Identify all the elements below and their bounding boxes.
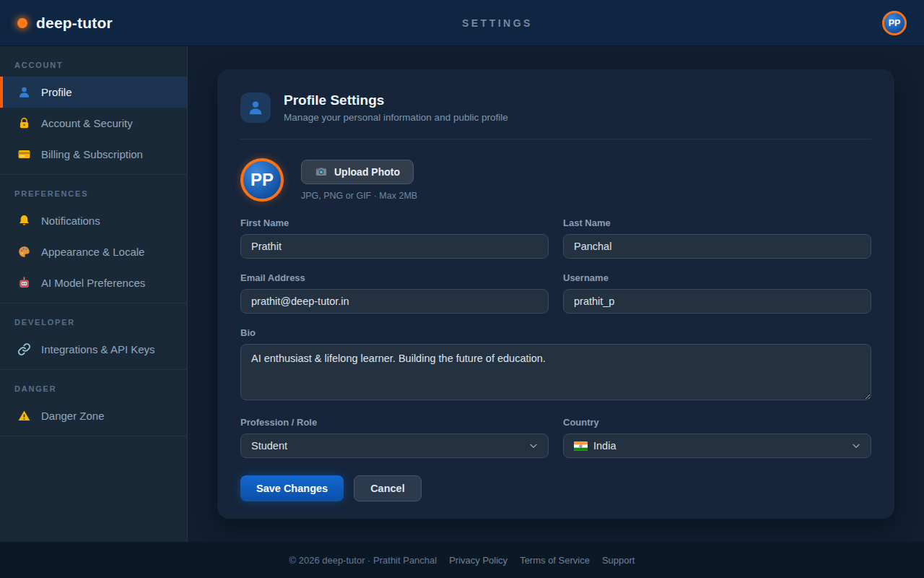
sidebar-item-profile[interactable]: Profile (0, 77, 187, 108)
sidebar-item-ai-model[interactable]: AI Model Preferences (0, 267, 187, 298)
first-name-label: First Name (240, 217, 549, 228)
settings-sidebar: ACCOUNT Profile Account & Security Billi… (0, 46, 188, 542)
bio-field[interactable]: AI enthusiast & lifelong learner. Buildi… (240, 344, 871, 400)
bio-label: Bio (240, 327, 871, 338)
bell-icon (17, 214, 31, 228)
sidebar-item-label: AI Model Preferences (41, 277, 145, 289)
first-name-field[interactable] (240, 234, 549, 259)
card-header: Profile Settings Manage your personal in… (240, 92, 871, 139)
user-icon (17, 85, 31, 99)
copyright-text: © 2026 deep-tutor · Prathit Panchal (289, 555, 437, 566)
link-icon (17, 342, 31, 356)
cancel-button[interactable]: Cancel (354, 475, 422, 501)
robot-icon (17, 276, 31, 290)
sidebar-item-label: Billing & Subscription (41, 148, 143, 160)
email-label: Email Address (240, 272, 549, 283)
last-name-label: Last Name (563, 217, 871, 228)
last-name-group: Last Name (563, 217, 871, 259)
section-title-account: ACCOUNT (0, 46, 187, 77)
support-link[interactable]: Support (602, 555, 635, 566)
sidebar-section-preferences: PREFERENCES Notifications Appearance & L… (0, 175, 187, 303)
chevron-down-icon (850, 440, 862, 452)
username-group: Username (563, 272, 871, 314)
page-footer: © 2026 deep-tutor · Prathit Panchal Priv… (0, 542, 924, 578)
username-label: Username (563, 272, 871, 283)
brand-logo: deep-tutor (17, 14, 113, 32)
sidebar-section-account: ACCOUNT Profile Account & Security Billi… (0, 46, 187, 175)
upload-photo-button[interactable]: Upload Photo (301, 160, 414, 184)
sidebar-item-label: Notifications (41, 215, 100, 227)
last-name-field[interactable] (563, 234, 871, 259)
card-subtitle: Manage your personal information and pub… (284, 112, 508, 123)
sidebar-item-integrations[interactable]: Integrations & API Keys (0, 334, 187, 365)
sidebar-item-label: Profile (41, 86, 72, 98)
privacy-policy-link[interactable]: Privacy Policy (449, 555, 507, 566)
section-title-developer: DEVELOPER (0, 303, 187, 334)
lock-icon (17, 116, 31, 130)
form-actions: Save Changes Cancel (240, 475, 871, 501)
main-content: Profile Settings Manage your personal in… (188, 46, 924, 542)
sidebar-item-billing[interactable]: Billing & Subscription (0, 139, 187, 170)
username-field[interactable] (563, 289, 871, 314)
bio-group: Bio AI enthusiast & lifelong learner. Bu… (240, 327, 871, 403)
email-group: Email Address (240, 272, 549, 314)
page-title: SETTINGS (113, 17, 882, 29)
sidebar-item-label: Danger Zone (41, 410, 105, 422)
sidebar-section-danger: DANGER Danger Zone (0, 370, 187, 436)
profile-avatar: PP (240, 158, 284, 202)
profession-group: Profession / Role Student (240, 417, 549, 458)
camera-icon (315, 166, 328, 178)
sidebar-item-label: Account & Security (41, 117, 133, 129)
profile-settings-card: Profile Settings Manage your personal in… (217, 69, 894, 519)
email-field[interactable] (240, 289, 549, 314)
section-title-preferences: PREFERENCES (0, 175, 187, 205)
app-header: deep-tutor SETTINGS PP (0, 0, 924, 46)
upload-hint: JPG, PNG or GIF · Max 2MB (301, 191, 417, 201)
sidebar-item-label: Integrations & API Keys (41, 343, 155, 355)
credit-card-icon (17, 147, 31, 161)
country-label: Country (563, 417, 871, 428)
country-group: Country India (563, 417, 871, 458)
brand-name: deep-tutor (36, 14, 113, 32)
first-name-group: First Name (240, 217, 549, 259)
country-select[interactable]: India (563, 434, 871, 458)
card-title: Profile Settings (284, 92, 508, 108)
header-avatar[interactable]: PP (882, 11, 907, 35)
avatar-upload-row: PP Upload Photo JPG, PNG or GIF · Max 2M… (240, 139, 871, 217)
profile-icon-tile (240, 92, 271, 123)
sidebar-item-label: Appearance & Locale (41, 246, 144, 258)
terms-of-service-link[interactable]: Terms of Service (520, 555, 590, 566)
india-flag-icon (574, 441, 588, 451)
logo-dot-icon (17, 18, 27, 28)
profession-select[interactable]: Student (240, 434, 549, 458)
user-icon (247, 99, 264, 116)
save-button[interactable]: Save Changes (240, 475, 344, 501)
chevron-down-icon (528, 440, 539, 452)
section-title-danger: DANGER (0, 370, 187, 400)
sidebar-item-appearance[interactable]: Appearance & Locale (0, 236, 187, 267)
sidebar-item-account-security[interactable]: Account & Security (0, 108, 187, 139)
profession-label: Profession / Role (240, 417, 549, 428)
palette-icon (17, 245, 31, 259)
sidebar-section-developer: DEVELOPER Integrations & API Keys (0, 303, 187, 370)
warning-icon (17, 409, 31, 423)
sidebar-item-notifications[interactable]: Notifications (0, 205, 187, 236)
sidebar-item-danger-zone[interactable]: Danger Zone (0, 400, 187, 431)
